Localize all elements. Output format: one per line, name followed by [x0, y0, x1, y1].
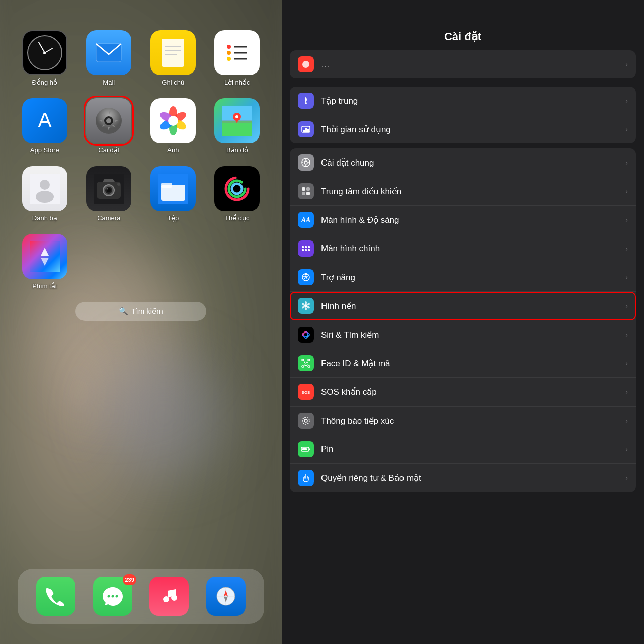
- battery-label: Pin: [321, 444, 625, 454]
- settings-row-focus[interactable]: Tập trung ›: [290, 87, 636, 115]
- display-chevron: ›: [625, 216, 628, 224]
- settings-row-display[interactable]: AA Màn hình & Độ sáng ›: [290, 206, 636, 234]
- svg-point-53: [115, 595, 118, 598]
- exposure-chevron: ›: [625, 417, 628, 425]
- general-chevron: ›: [625, 158, 628, 167]
- settings-section-2: Cài đặt chung › Trung tâm điều khiển ›: [290, 148, 636, 492]
- reminders-label: Lời nhắc: [224, 78, 250, 86]
- privacy-chevron: ›: [625, 474, 628, 482]
- settings-header: Cài đặt: [282, 0, 644, 48]
- dock-phone[interactable]: [36, 577, 75, 616]
- svg-point-10: [227, 57, 231, 61]
- app-notes[interactable]: Ghi chú: [143, 30, 203, 86]
- svg-point-54: [163, 596, 169, 602]
- settings-icon: [86, 98, 131, 143]
- settings-row-accessibility[interactable]: Trợ năng ›: [290, 263, 636, 292]
- app-shortcuts[interactable]: Phím tắt: [15, 234, 74, 290]
- svg-rect-43: [161, 183, 172, 188]
- svg-line-89: [306, 276, 307, 279]
- blur-spot-2: [101, 352, 226, 478]
- reminders-icon: [214, 30, 260, 75]
- app-files[interactable]: Tệp: [143, 166, 203, 222]
- display-label: Màn hình & Độ sáng: [321, 215, 625, 225]
- settings-row-privacy[interactable]: Quyền riêng tư & Bảo mật ›: [290, 464, 636, 492]
- svg-rect-102: [302, 366, 304, 367]
- svg-rect-1: [162, 39, 184, 67]
- partial-top-icon: [298, 56, 314, 72]
- settings-row-controlcenter[interactable]: Trung tâm điều khiển ›: [290, 177, 636, 206]
- contacts-label: Danh bạ: [32, 214, 57, 222]
- files-icon: [150, 166, 196, 211]
- svg-point-91: [305, 301, 307, 304]
- settings-row-exposure[interactable]: Thông báo tiếp xúc ›: [290, 407, 636, 435]
- faceid-chevron: ›: [625, 359, 628, 367]
- svg-rect-48: [30, 242, 60, 272]
- sos-icon: SOS: [298, 384, 314, 400]
- screentime-label: Thời gian sử dụng: [321, 124, 625, 135]
- svg-rect-101: [308, 359, 310, 361]
- svg-point-40: [117, 183, 120, 186]
- app-settings[interactable]: Cài đặt: [79, 98, 139, 154]
- settings-row-battery[interactable]: Pin ›: [290, 435, 636, 464]
- clock-icon: [22, 30, 67, 75]
- svg-point-55: [171, 595, 177, 601]
- app-mail[interactable]: Mail: [79, 30, 139, 86]
- screentime-chevron: ›: [625, 125, 628, 133]
- fitness-icon: [214, 166, 260, 211]
- svg-point-51: [107, 595, 110, 598]
- app-maps[interactable]: Bản đồ: [208, 98, 267, 154]
- svg-rect-103: [308, 366, 310, 367]
- settings-title: Cài đặt: [444, 30, 481, 43]
- clock-label: Đồng hồ: [32, 78, 57, 86]
- settings-row-screentime[interactable]: Thời gian sử dụng ›: [290, 115, 636, 143]
- dock-safari[interactable]: [206, 577, 246, 616]
- dock-music[interactable]: [149, 577, 189, 616]
- app-fitness[interactable]: Thể dục: [208, 166, 267, 222]
- svg-rect-77: [306, 192, 310, 195]
- search-bar[interactable]: 🔍 Tìm kiếm: [75, 302, 206, 321]
- accessibility-label: Trợ năng: [321, 272, 625, 283]
- controlcenter-icon: [298, 183, 314, 199]
- settings-row-faceid[interactable]: Face ID & Mật mã ›: [290, 349, 636, 378]
- home-screen: Đồng hồ Mail: [0, 0, 282, 644]
- settings-row-wallpaper[interactable]: Hình nền ›: [290, 292, 636, 320]
- dock-messages[interactable]: 239: [93, 577, 132, 616]
- chevron-icon: ›: [625, 60, 628, 68]
- settings-label: Cài đặt: [98, 146, 119, 154]
- svg-point-69: [304, 161, 307, 164]
- settings-section-1: Tập trung › Thời gian sử dụng ›: [290, 87, 636, 143]
- svg-line-88: [304, 276, 306, 279]
- files-label: Tệp: [167, 214, 179, 222]
- notes-label: Ghi chú: [162, 78, 184, 86]
- photos-label: Ảnh: [167, 146, 179, 154]
- svg-rect-74: [302, 187, 305, 191]
- privacy-icon: [298, 470, 314, 486]
- faceid-label: Face ID & Mật mã: [321, 358, 625, 369]
- svg-rect-75: [306, 187, 310, 191]
- wallpaper-chevron: ›: [625, 302, 628, 310]
- search-text: Tìm kiếm: [131, 307, 163, 316]
- sos-label: SOS khẩn cấp: [321, 387, 625, 397]
- svg-point-94: [305, 307, 307, 310]
- svg-rect-112: [302, 448, 307, 450]
- exposure-icon: [298, 413, 314, 429]
- app-reminders[interactable]: Lời nhắc: [208, 30, 267, 86]
- svg-rect-79: [302, 246, 304, 248]
- general-label: Cài đặt chung: [321, 157, 625, 168]
- settings-row-sos[interactable]: SOS SOS khẩn cấp ›: [290, 378, 636, 407]
- battery-chevron: ›: [625, 445, 628, 453]
- app-photos[interactable]: Ảnh: [143, 98, 203, 154]
- app-camera[interactable]: Camera: [79, 166, 139, 222]
- app-contacts[interactable]: Danh bạ: [15, 166, 74, 222]
- svg-point-109: [304, 419, 307, 422]
- settings-row-general[interactable]: Cài đặt chung ›: [290, 148, 636, 177]
- app-grid-row2: A App Store: [15, 98, 267, 154]
- settings-row-homescreen[interactable]: Màn hình chính ›: [290, 234, 636, 263]
- settings-row-partial-top[interactable]: … ›: [290, 50, 636, 78]
- svg-point-6: [227, 45, 231, 49]
- homescreen-label: Màn hình chính: [321, 244, 625, 254]
- settings-row-siri[interactable]: Siri & Tìm kiếm ›: [290, 320, 636, 349]
- camera-label: Camera: [97, 214, 120, 222]
- app-clock[interactable]: Đồng hồ: [15, 30, 74, 86]
- app-appstore[interactable]: A App Store: [15, 98, 74, 154]
